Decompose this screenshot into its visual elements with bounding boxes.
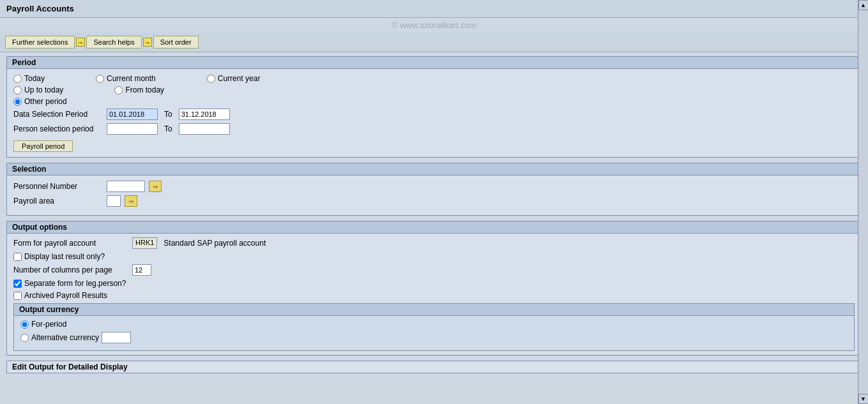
scroll-down-button[interactable]: ▼ [858,394,869,404]
period-radio-row-2: Up to today From today [13,86,855,94]
up-to-today-radio[interactable] [13,86,22,94]
period-section-body: Today Current month Current year Up to t… [7,69,861,157]
selection-section-title: Selection [7,163,861,176]
from-today-radio[interactable] [114,86,123,94]
period-radio-row-1: Today Current month Current year [13,74,855,83]
alternative-currency-radio[interactable] [20,334,29,342]
columns-per-page-input[interactable] [132,264,151,276]
display-last-result-label: Display last result only? [24,252,105,261]
payroll-period-button[interactable]: Payroll period [13,140,73,152]
further-selections-label: Further selections [12,38,68,46]
selection-section: Selection Personnel Number ⇒ Payroll are… [6,163,862,216]
data-selection-label: Data Selection Period [13,110,103,119]
alternative-currency-radio-label[interactable]: Alternative currency [20,333,99,342]
payroll-area-input[interactable] [107,195,121,207]
personnel-number-input[interactable] [107,181,145,192]
personnel-number-nav-button[interactable]: ⇒ [149,181,162,192]
output-options-title: Output options [7,221,861,234]
edit-output-section: Edit Output for Detailed Display [6,361,862,373]
up-to-today-radio-label[interactable]: Up to today [13,86,63,94]
person-selection-from-input[interactable] [107,123,158,135]
today-radio[interactable] [13,75,22,83]
today-radio-label[interactable]: Today [13,74,45,83]
data-selection-from-input[interactable] [107,108,158,120]
archived-results-label: Archived Payroll Results [24,291,107,300]
form-description: Standard SAP payroll account [164,239,266,248]
separate-form-row: Separate form for leg.person? [13,279,855,288]
person-selection-to-label: To [164,124,172,133]
main-content: Period Today Current month Current year [0,52,868,382]
page-title: Payroll Accounts [0,0,868,18]
separate-form-checkbox[interactable] [13,280,22,288]
scroll-up-button[interactable]: ▲ [858,0,869,10]
period-section-title: Period [7,57,861,69]
output-currency-section: Output currency For-period Alternative c… [13,303,855,351]
payroll-area-nav-button[interactable]: ⇒ [125,195,137,207]
output-options-body: Form for payroll account HRK1 Standard S… [7,234,861,355]
payroll-area-row: Payroll area ⇒ [13,195,855,207]
sort-order-button[interactable]: Sort order [153,36,199,49]
search-helps-arrow-icon: ⇒ [76,38,85,47]
search-helps-label: Search helps [93,38,134,46]
output-currency-body: For-period Alternative currency [14,316,854,350]
search-helps-button[interactable]: Search helps [86,36,141,49]
alternative-currency-row: Alternative currency [20,332,848,343]
for-period-radio-label[interactable]: For-period [20,320,66,329]
display-last-result-checkbox[interactable] [13,253,22,261]
selection-grid: Personnel Number ⇒ Payroll area ⇒ [7,176,861,215]
personnel-number-label: Personnel Number [13,182,103,191]
edit-output-title: Edit Output for Detailed Display [7,361,861,373]
further-selections-button[interactable]: Further selections [5,36,75,49]
archived-results-checkbox[interactable] [13,292,22,300]
for-period-radio[interactable] [20,320,29,329]
alternative-currency-input[interactable] [102,332,131,343]
person-selection-to-input[interactable] [179,123,230,135]
sort-order-arrow-icon: ⇒ [143,38,152,47]
period-section: Period Today Current month Current year [6,56,862,158]
data-selection-to-label: To [164,110,172,119]
form-for-payroll-row: Form for payroll account HRK1 Standard S… [13,237,855,249]
data-selection-period-row: Data Selection Period To [13,108,855,120]
display-last-result-row: Display last result only? [13,252,855,261]
watermark: © www.tutorialkart.com [0,18,868,33]
other-period-radio-label[interactable]: Other period [13,97,67,106]
for-period-row: For-period [20,320,848,329]
output-currency-title: Output currency [14,304,854,316]
scrollbar-right: ▲ ▼ [858,0,868,404]
form-value: HRK1 [132,237,157,249]
person-selection-period-row: Person selection period To [13,123,855,135]
columns-per-page-label: Number of columns per page [13,266,128,274]
toolbar: Further selections ⇒ Search helps ⇒ Sort… [0,33,868,52]
sort-order-label: Sort order [160,38,192,46]
output-options-section: Output options Form for payroll account … [6,221,862,355]
current-month-radio-label[interactable]: Current month [96,74,156,83]
personnel-number-row: Personnel Number ⇒ [13,181,855,192]
form-label: Form for payroll account [13,239,128,248]
data-selection-to-input[interactable] [179,108,230,120]
scroll-track[interactable] [859,10,868,394]
columns-per-page-row: Number of columns per page [13,264,855,276]
separate-form-label: Separate form for leg.person? [24,279,126,288]
current-year-radio[interactable] [207,75,215,83]
from-today-radio-label[interactable]: From today [114,86,164,94]
other-period-radio[interactable] [13,98,22,106]
current-year-radio-label[interactable]: Current year [207,74,261,83]
payroll-period-row: Payroll period [13,138,855,152]
person-selection-label: Person selection period [13,124,103,133]
payroll-area-label: Payroll area [13,197,103,206]
period-radio-row-3: Other period [13,97,855,106]
archived-results-row: Archived Payroll Results [13,291,855,300]
current-month-radio[interactable] [96,75,104,83]
